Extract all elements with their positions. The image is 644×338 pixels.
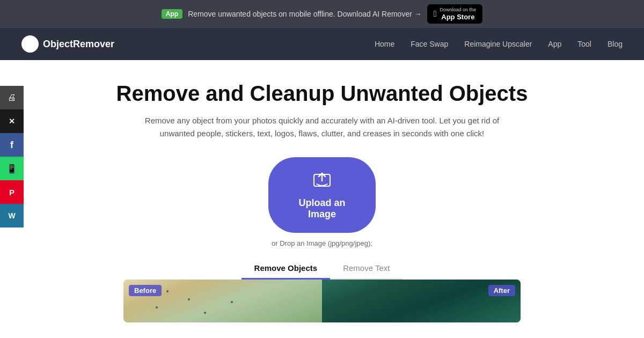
wordpress-button[interactable]: W (0, 204, 24, 227)
logo-svg (24, 38, 36, 50)
top-banner: App Remove unwanted objects on mobile of… (0, 0, 644, 28)
apple-icon:  (434, 9, 437, 19)
whatsapp-button[interactable]: 📱 (0, 157, 24, 180)
upload-area: Upload an Image or Drop an Image (jpg/pn… (268, 157, 376, 247)
nav-reimagine[interactable]: Reimagine Upscaler (464, 40, 532, 48)
nav-tool[interactable]: Tool (577, 40, 591, 48)
twitter-button[interactable]: ✕ (0, 109, 24, 133)
store-big-text: App Store (440, 13, 477, 21)
nav-links: Home Face Swap Reimagine Upscaler App To… (375, 40, 623, 48)
page-title: Remove and Cleanup Unwanted Objects (116, 82, 528, 106)
print-button[interactable]: 🖨 (0, 86, 24, 109)
logo-icon (21, 35, 39, 53)
tabs: Remove Objects Remove Text (241, 258, 403, 280)
logo-text: ObjectRemover (43, 39, 114, 50)
social-sidebar: 🖨 ✕ f 📱 P W (0, 86, 24, 227)
upload-svg (312, 170, 332, 189)
drop-text: or Drop an Image (jpg/png/jpeg); (272, 239, 372, 247)
store-small-text: Download on the (440, 7, 477, 13)
before-panel: Before (123, 280, 322, 322)
before-label: Before (129, 285, 162, 296)
nav-face-swap[interactable]: Face Swap (411, 40, 448, 48)
before-after: Before After (123, 280, 521, 322)
upload-label: Upload an Image (295, 197, 349, 220)
facebook-button[interactable]: f (0, 133, 24, 157)
logo[interactable]: ObjectRemover (21, 35, 114, 53)
svg-rect-0 (29, 44, 31, 47)
main-content: Remove and Cleanup Unwanted Objects Remo… (0, 60, 644, 333)
after-panel: After (322, 280, 521, 322)
nav-app[interactable]: App (548, 40, 561, 48)
banner-text: Remove unwanted objects on mobile offlin… (188, 10, 422, 18)
after-label: After (488, 285, 515, 296)
upload-button[interactable]: Upload an Image (268, 157, 376, 233)
tab-remove-objects[interactable]: Remove Objects (241, 258, 331, 280)
page-subtitle: Remove any object from your photos quick… (134, 114, 510, 140)
pinterest-button[interactable]: P (0, 180, 24, 204)
app-badge: App (162, 9, 182, 19)
store-text: Download on the App Store (440, 7, 477, 21)
tab-remove-text[interactable]: Remove Text (330, 258, 402, 280)
nav-home[interactable]: Home (375, 40, 394, 48)
upload-icon (312, 170, 332, 192)
nav-blog[interactable]: Blog (608, 40, 623, 48)
app-store-button[interactable]:  Download on the App Store (427, 4, 482, 24)
tabs-section: Remove Objects Remove Text Before After (11, 258, 633, 322)
navbar: ObjectRemover Home Face Swap Reimagine U… (0, 28, 644, 60)
